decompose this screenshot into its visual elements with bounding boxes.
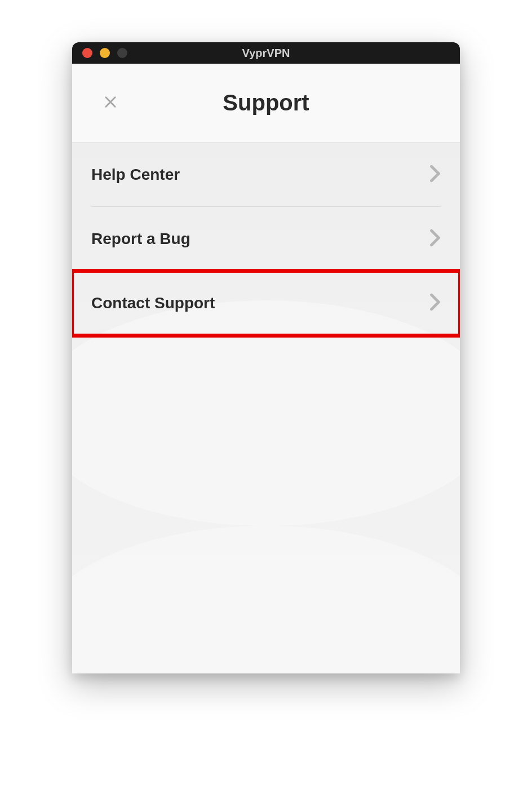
- window-minimize-button[interactable]: [100, 48, 110, 58]
- menu-list: Help Center Report a Bug Contact Sup: [72, 143, 460, 335]
- page-title: Support: [72, 90, 460, 116]
- chevron-right-icon: [429, 293, 441, 313]
- window-title: VyprVPN: [72, 47, 460, 60]
- chevron-right-icon: [429, 229, 441, 249]
- menu-item-help-center[interactable]: Help Center: [91, 143, 441, 207]
- titlebar: VyprVPN: [72, 42, 460, 64]
- page-header: Support: [72, 64, 460, 143]
- menu-item-label: Contact Support: [91, 294, 215, 312]
- chevron-right-icon: [429, 165, 441, 185]
- app-window: VyprVPN Support Help Center: [72, 42, 460, 673]
- close-icon: [103, 94, 118, 112]
- menu-item-contact-support[interactable]: Contact Support: [91, 271, 441, 335]
- window-fullscreen-button[interactable]: [117, 48, 127, 58]
- menu-item-label: Help Center: [91, 166, 180, 184]
- content-area: Help Center Report a Bug Contact Sup: [72, 143, 460, 673]
- menu-item-label: Report a Bug: [91, 230, 190, 248]
- traffic-lights: [72, 48, 127, 58]
- decorative-wave: [72, 526, 460, 673]
- close-button[interactable]: [99, 92, 122, 114]
- window-close-button[interactable]: [82, 48, 92, 58]
- menu-item-report-bug[interactable]: Report a Bug: [91, 207, 441, 271]
